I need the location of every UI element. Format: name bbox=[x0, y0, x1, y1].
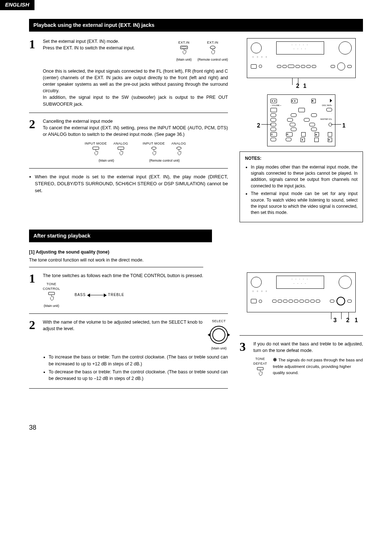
divider bbox=[29, 313, 228, 314]
step-number: 1 bbox=[29, 38, 38, 108]
power-button-icon bbox=[251, 64, 257, 69]
button-press-icon bbox=[255, 366, 265, 377]
divider bbox=[29, 267, 203, 267]
section2-intro: The tone control function will not work … bbox=[29, 257, 363, 263]
power-button-icon bbox=[251, 299, 257, 303]
section1-right: · · · · ·· · · · ○ ○ ○ ○ bbox=[240, 38, 363, 222]
bullet: To increase the bass or treble: Turn the… bbox=[49, 354, 228, 367]
jack-icon bbox=[259, 300, 262, 303]
section2-header: After starting playback bbox=[29, 230, 212, 242]
signal-note: ✽The signals do not pass through the bas… bbox=[273, 357, 363, 376]
svg-rect-3 bbox=[93, 147, 99, 149]
small-button-icon bbox=[347, 300, 352, 303]
section1-columns: 1 Set the external input (EXT. IN) mode.… bbox=[29, 38, 363, 222]
section1-step2: 2 Cancelling the external input mode To … bbox=[29, 118, 228, 163]
section1-step1: 1 Set the external input (EXT. IN) mode.… bbox=[29, 38, 228, 108]
section2-step3: 3 If you do not want the bass and treble… bbox=[240, 341, 363, 378]
divider bbox=[29, 168, 228, 169]
step-body: With the name of the volume to be adjust… bbox=[43, 319, 228, 383]
callout-1: 1 bbox=[342, 121, 346, 130]
svg-rect-1 bbox=[181, 46, 187, 48]
callout-3: 3 bbox=[333, 317, 336, 323]
step2-line2: To cancel the external input (EXT. IN) s… bbox=[43, 125, 228, 137]
svg-point-6 bbox=[176, 147, 181, 149]
s2-step3-text: If you do not want the bass and treble t… bbox=[253, 341, 363, 354]
section1-header: Playback using the external input (EXT. … bbox=[29, 19, 363, 32]
s2-step1-text: The tone switches as follows each time t… bbox=[43, 273, 203, 278]
round-button-press-icon bbox=[149, 146, 159, 157]
rotary-knob-icon bbox=[210, 326, 228, 344]
display-icon: · · · · ·· · · · bbox=[276, 276, 324, 289]
volume-knob-icon bbox=[339, 276, 352, 289]
round-button-press-icon bbox=[174, 146, 184, 157]
note-item: In play modes other than the external in… bbox=[251, 164, 358, 190]
page-content: Playback using the external input (EXT. … bbox=[0, 10, 392, 394]
tone-defeat-icon: TONE DEFEAT bbox=[253, 357, 267, 378]
svg-rect-8 bbox=[257, 367, 264, 370]
button-press-icon bbox=[91, 146, 101, 157]
step1-para: Once this is selected, the input signals… bbox=[43, 69, 228, 93]
callout-1: 1 bbox=[355, 317, 358, 323]
input-mode-main-icon: INPUT MODE ANALOG bbox=[85, 141, 128, 163]
svg-rect-4 bbox=[118, 147, 124, 149]
small-button-icon bbox=[347, 65, 352, 68]
language-tab: ENGLISH bbox=[0, 0, 34, 10]
svg-point-2 bbox=[210, 46, 215, 49]
ext-in-main-icon: EXT.IN (Main unit) bbox=[176, 40, 192, 62]
step-number: 1 bbox=[29, 272, 38, 308]
step2-line1: Cancelling the external input mode bbox=[43, 119, 113, 124]
step-number: 2 bbox=[29, 118, 38, 163]
select-knob-icon bbox=[337, 62, 345, 70]
volume-knob-icon bbox=[339, 41, 352, 54]
step1-para2: In addition, the signal input to the SW … bbox=[43, 95, 228, 106]
section2-left: 1 The tone switches as follows each time… bbox=[29, 272, 228, 394]
notes-title: NOTES: bbox=[245, 155, 358, 162]
svg-rect-7 bbox=[48, 292, 54, 295]
note-item: The external input mode can be set for a… bbox=[251, 191, 358, 216]
page: ENGLISH Playback using the external inpu… bbox=[0, 0, 392, 447]
main-unit-diagram-2: · · · · ·· · · · ○ ○ ○ ○ bbox=[247, 272, 356, 312]
step-body: Set the external input (EXT. IN) mode. P… bbox=[43, 38, 228, 108]
select-knob-icon bbox=[336, 297, 345, 305]
button-press-icon bbox=[179, 45, 189, 56]
step-number: 2 bbox=[29, 319, 38, 383]
notes-box: NOTES: In play modes other than the exte… bbox=[240, 151, 363, 222]
remote-diagram: ◄◄►►■ – VOLUME +DISC SKIP+ MASTER VOL ⊖⊕… bbox=[267, 94, 335, 146]
section2-subtitle: [1] Adjusting the sound quality (tone) bbox=[29, 249, 363, 255]
input-mode-remote-icon: INPUT MODE ANALOG bbox=[143, 141, 186, 163]
ext-in-remote-icon: EXT.IN (Remote control unit) bbox=[197, 40, 228, 62]
step1-text1: Set the external input (EXT. IN) mode. bbox=[43, 39, 119, 44]
display-icon: · · · · ·· · · · bbox=[276, 41, 324, 54]
svg-point-5 bbox=[151, 147, 156, 149]
jack-icon bbox=[259, 65, 262, 68]
button-press-icon bbox=[46, 291, 57, 302]
section2-step2: 2 With the name of the volume to be adju… bbox=[29, 319, 228, 383]
section2-right: · · · · ·· · · · ○ ○ ○ ○ bbox=[240, 272, 363, 394]
step-number: 3 bbox=[240, 341, 248, 378]
main-unit-diagram: · · · · ·· · · · ○ ○ ○ ○ bbox=[247, 38, 356, 78]
section1-left: 1 Set the external input (EXT. IN) mode.… bbox=[29, 38, 228, 222]
select-knob-figure: SELECT (Main unit) bbox=[210, 319, 228, 351]
bullet: To decrease the bass or treble: Turn the… bbox=[49, 369, 228, 382]
callout-2: 2 bbox=[257, 121, 260, 130]
section1-step2-bullets: When the input mode is set to the extern… bbox=[29, 174, 228, 194]
divider bbox=[29, 113, 228, 113]
section2-step1: 1 The tone switches as follows each time… bbox=[29, 272, 228, 308]
step-body: The tone switches as follows each time t… bbox=[43, 272, 228, 308]
page-number: 38 bbox=[29, 423, 392, 432]
tone-control-icon: TONECONTROL (Main unit) bbox=[43, 282, 60, 308]
section2-columns: 1 The tone switches as follows each time… bbox=[29, 272, 363, 394]
s2-step2-text: With the name of the volume to be adjust… bbox=[43, 319, 203, 332]
divider bbox=[240, 335, 363, 336]
round-button-press-icon bbox=[208, 45, 218, 56]
divider bbox=[29, 388, 228, 389]
button-press-icon bbox=[116, 146, 126, 157]
knob-icon bbox=[251, 42, 262, 53]
bullet: When the input mode is set to the extern… bbox=[35, 174, 228, 194]
step-body: Cancelling the external input mode To ca… bbox=[43, 118, 228, 163]
step1-text2: Press the EXT. IN to switch the external… bbox=[43, 45, 135, 50]
bass-treble-toggle: BASS TREBLE bbox=[75, 292, 124, 298]
small-button-icon bbox=[330, 300, 334, 303]
small-button-icon bbox=[331, 65, 335, 68]
callout-1: 1 bbox=[303, 83, 306, 89]
